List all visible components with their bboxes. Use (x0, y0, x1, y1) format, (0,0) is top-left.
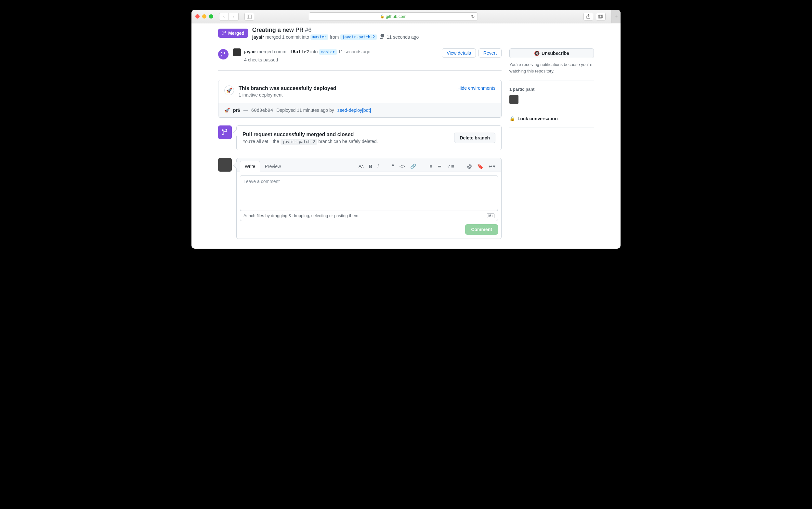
deletable-branch-tag: jayair-patch-2 (280, 139, 317, 145)
window-controls (195, 14, 213, 19)
browser-titlebar: ‹ › 🔒 github.com ↻ + (192, 10, 620, 24)
link-icon[interactable]: 🔗 (410, 164, 416, 169)
current-user-avatar[interactable] (218, 158, 232, 172)
head-branch-tag[interactable]: jayair-patch-2 (340, 34, 377, 40)
back-button[interactable]: ‹ (219, 13, 229, 21)
timeline-merge-event: jayair merged commit f6affe2 into master… (218, 48, 502, 63)
url-bar[interactable]: 🔒 github.com ↻ (309, 12, 478, 21)
merge-summary: Pull request successfully merged and clo… (218, 126, 502, 150)
mute-icon: 🔇 (534, 51, 540, 56)
browser-window: ‹ › 🔒 github.com ↻ + Merged (192, 10, 620, 249)
deploy-sha[interactable]: 60d0eb94 (251, 108, 273, 113)
code-icon[interactable]: <> (400, 164, 405, 169)
minimize-window-icon[interactable] (202, 14, 206, 19)
rocket-small-icon: 🚀 (224, 108, 230, 113)
preview-tab[interactable]: Preview (260, 161, 285, 172)
revert-button[interactable]: Revert (478, 48, 502, 58)
sidebar-divider (509, 110, 594, 110)
nav-buttons: ‹ › (219, 13, 239, 21)
event-author[interactable]: jayair (244, 49, 256, 54)
merge-title: Pull request successfully merged and clo… (242, 132, 378, 137)
delete-branch-button[interactable]: Delete branch (454, 133, 496, 143)
reload-icon[interactable]: ↻ (471, 14, 475, 19)
sidebar-divider (509, 80, 594, 81)
timeline-divider (218, 70, 502, 71)
forward-button[interactable]: › (229, 13, 239, 21)
reference-icon[interactable]: 🔖 (477, 164, 483, 169)
pr-time: 11 seconds ago (387, 34, 419, 40)
lock-icon: 🔒 (509, 116, 515, 121)
event-time: 11 seconds ago (337, 49, 371, 54)
commit-hash[interactable]: f6affe2 (290, 49, 309, 54)
rocket-icon: 🚀 (224, 86, 234, 95)
ul-icon[interactable]: ≡ (430, 164, 432, 169)
comment-submit-button[interactable]: Comment (465, 224, 498, 235)
zoom-window-icon[interactable] (209, 14, 213, 19)
svg-rect-0 (247, 14, 251, 19)
unsubscribe-button[interactable]: 🔇 Unsubscribe (509, 48, 594, 58)
write-tab[interactable]: Write (240, 161, 260, 172)
participants-heading: 1 participant (509, 87, 594, 92)
mention-icon[interactable]: @ (467, 164, 472, 169)
reply-icon[interactable]: ↩︎▾ (488, 164, 496, 169)
merge-large-icon (218, 126, 232, 139)
env-name[interactable]: pr6 (233, 108, 240, 113)
close-window-icon[interactable] (195, 14, 200, 19)
comment-composer: Write Preview AA B i ❝ <> 🔗 (218, 158, 502, 239)
heading-icon[interactable]: AA (359, 164, 364, 169)
new-tab-button[interactable]: + (611, 10, 620, 24)
lock-conversation-link[interactable]: 🔒 Lock conversation (509, 116, 594, 121)
sidebar-toggle-button[interactable] (244, 13, 254, 21)
italic-icon[interactable]: i (377, 164, 378, 169)
comment-textarea[interactable] (240, 175, 498, 211)
tabs-button[interactable] (596, 13, 606, 21)
deployment-row: 🚀 pr6 — 60d0eb94 Deployed 11 minutes ago… (218, 103, 501, 117)
svg-rect-4 (599, 15, 602, 18)
copy-icon[interactable] (380, 34, 384, 40)
svg-rect-5 (600, 14, 603, 18)
share-button[interactable] (583, 13, 593, 21)
target-branch-tag[interactable]: master (319, 49, 337, 55)
base-branch-tag[interactable]: master (310, 34, 328, 40)
deployments-panel: 🚀 This branch was successfully deployed … (218, 80, 502, 118)
avatar[interactable] (233, 48, 241, 56)
merged-badge: Merged (218, 29, 248, 38)
view-details-button[interactable]: View details (442, 48, 476, 58)
pr-author[interactable]: jayair (252, 34, 264, 40)
subscription-reason: You're receiving notifications because y… (509, 61, 594, 74)
deploy-title: This branch was successfully deployed (239, 86, 336, 91)
pr-title: Creating a new PR (252, 27, 304, 33)
pr-number: #6 (305, 27, 311, 33)
sidebar: 🔇 Unsubscribe You're receiving notificat… (509, 48, 594, 239)
merge-icon (218, 49, 229, 60)
deploy-bot-link[interactable]: seed-deploy[bot] (337, 108, 371, 113)
pr-header: Merged Creating a new PR #6 jayair merge… (192, 24, 620, 43)
participant-avatar[interactable] (509, 95, 518, 104)
url-text: github.com (386, 14, 407, 19)
markdown-icon[interactable]: M↓ (487, 213, 495, 218)
merged-badge-label: Merged (228, 31, 244, 36)
bold-icon[interactable]: B (369, 164, 373, 169)
tasklist-icon[interactable]: ✓≡ (447, 164, 454, 169)
checks-status: 4 checks passed (244, 57, 439, 63)
lock-icon: 🔒 (380, 14, 384, 19)
hide-environments-link[interactable]: Hide environments (458, 86, 496, 91)
ol-icon[interactable]: ≣ (438, 164, 442, 169)
attach-hint[interactable]: Attach files by dragging & dropping, sel… (240, 210, 498, 221)
formatting-toolbar: AA B i ❝ <> 🔗 ≡ ≣ ✓≡ (359, 164, 498, 169)
quote-icon[interactable]: ❝ (392, 164, 394, 169)
deploy-subtitle: 1 inactive deployment (239, 92, 336, 98)
